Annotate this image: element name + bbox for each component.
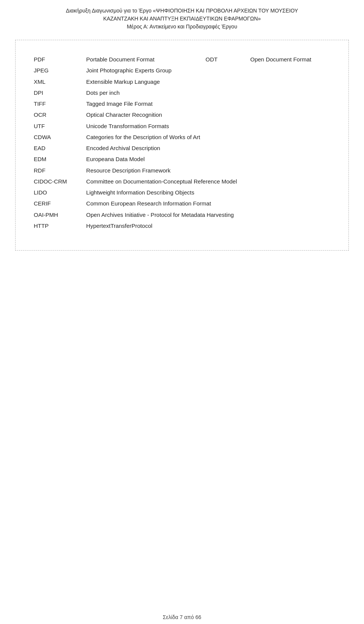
definition-cell: Dots per inch [86,87,330,98]
definition-cell: Optical Character Recognition [86,109,330,120]
definition-cell: Unicode Transformation Formats [86,121,330,132]
abbr-cell: TIFF [34,98,86,109]
abbr-cell: ODT [206,54,250,65]
header-line1: Διακήρυξη Διαγωνισμού για το Έργο «ΨΗΦΙΟ… [15,7,349,15]
abbr-cell: XML [34,76,86,87]
table-row: TIFF Tagged Image File Format [34,98,330,109]
abbr-cell: OCR [34,109,86,120]
abbr-cell: DPI [34,87,86,98]
abbr-cell: RDF [34,165,86,176]
table-row: DPI Dots per inch [34,87,330,98]
abbr-cell: EDM [34,154,86,165]
definition-cell: Joint Photographic Experts Group [86,65,330,76]
table-row: JPEG Joint Photographic Experts Group [34,65,330,76]
table-row: OCR Optical Character Recognition [34,109,330,120]
abbr-cell: HTTP [34,220,86,231]
footer-text: Σελίδα 7 από 66 [163,614,201,620]
table-row: RDF Resource Description Framework [34,165,330,176]
definition-cell: Categories for the Description of Works … [86,132,330,143]
table-row: UTF Unicode Transformation Formats [34,121,330,132]
definition-cell: Common European Research Information For… [86,198,330,209]
definition-cell: Resource Description Framework [86,165,330,176]
abbr-cell: PDF [34,54,86,65]
abbr-cell: CERIF [34,198,86,209]
header-line3: Μέρος Α: Αντικείμενο και Προδιαγραφές Έρ… [15,23,349,31]
definition-cell: HypertextTransferProtocol [86,220,330,231]
header-line2: ΚΑΖΑΝΤΖΑΚΗ ΚΑΙ ΑΝΑΠΤΥΞΗ ΕΚΠΑΙΔΕΥΤΙΚΩΝ ΕΦ… [15,15,349,23]
abbr-cell: EAD [34,143,86,154]
acronym-table: PDF Portable Document Format ODT Open Do… [34,54,330,231]
definition-cell: Extensible Markup Language [86,76,330,87]
definition-cell: Open Document Format [250,54,330,65]
table-row: HTTP HypertextTransferProtocol [34,220,330,231]
abbr-cell: UTF [34,121,86,132]
table-row: EAD Encoded Archival Description [34,143,330,154]
abbr-cell: JPEG [34,65,86,76]
definition-cell: Tagged Image File Format [86,98,330,109]
table-row: XML Extensible Markup Language [34,76,330,87]
definition-cell: Committee on Documentation-Conceptual Re… [86,176,330,187]
table-row: CDWA Categories for the Description of W… [34,132,330,143]
abbr-cell: LIDO [34,187,86,198]
page-footer: Σελίδα 7 από 66 [0,607,364,624]
definition-cell: Open Archives Initiative - Protocol for … [86,209,330,220]
table-row: CERIF Common European Research Informati… [34,198,330,209]
table-row: CIDOC-CRM Committee on Documentation-Con… [34,176,330,187]
definition-cell: Europeana Data Model [86,154,330,165]
definition-cell: Encoded Archival Description [86,143,330,154]
table-row: PDF Portable Document Format ODT Open Do… [34,54,330,65]
table-row: LIDO Lightweight Information Describing … [34,187,330,198]
abbr-cell: CDWA [34,132,86,143]
main-content-box: PDF Portable Document Format ODT Open Do… [15,40,349,251]
page-header: Διακήρυξη Διαγωνισμού για το Έργο «ΨΗΦΙΟ… [0,0,364,36]
table-row: OAI-PMH Open Archives Initiative - Proto… [34,209,330,220]
definition-cell: Lightweight Information Describing Objec… [86,187,330,198]
abbr-cell: OAI-PMH [34,209,86,220]
table-row: EDM Europeana Data Model [34,154,330,165]
abbr-cell: CIDOC-CRM [34,176,86,187]
definition-cell: Portable Document Format [86,54,206,65]
